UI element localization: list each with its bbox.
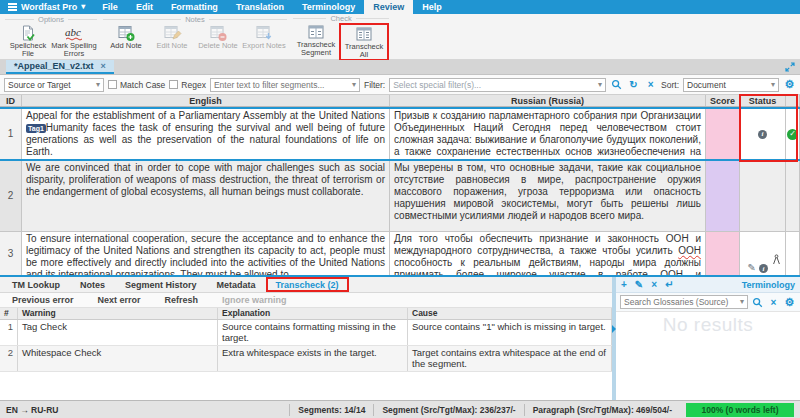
edit-term-button[interactable]: ✎ — [635, 280, 643, 290]
menu-formatting[interactable]: Formatting — [162, 0, 227, 14]
mark-spelling-errors-button[interactable]: abc Mark Spelling Errors — [51, 24, 97, 58]
transcheck-all-label: Transcheck All — [341, 43, 387, 59]
panel-splitter[interactable] — [612, 277, 616, 400]
tab-metadata[interactable]: Metadata — [207, 277, 266, 292]
regex-label: Regex — [181, 80, 206, 90]
filter-settings-button[interactable]: ⚙ — [783, 78, 796, 91]
match-case-checkbox[interactable] — [108, 80, 117, 89]
apply-filter-button[interactable] — [610, 79, 623, 90]
segment-3-score — [706, 232, 740, 275]
special-filter-select[interactable]: Select special filter(s)... ▾ — [389, 78, 606, 92]
tag-chip[interactable]: Tag1 — [26, 124, 46, 133]
segment-3-id: 3 — [0, 232, 22, 275]
gear-icon: ⚙ — [785, 78, 795, 91]
column-header-status[interactable]: Status — [740, 95, 786, 106]
segments-count: Segments: 14/14 — [289, 404, 373, 416]
info-icon[interactable]: i — [759, 264, 768, 273]
refresh-button[interactable]: Refresh — [153, 295, 211, 305]
segment-1-source[interactable]: Appeal for the establishment of a Parlia… — [22, 109, 390, 159]
segment-3-target[interactable]: Для того чтобы обеспечить признание и за… — [390, 232, 706, 275]
terminology-header: + ✎ × ↵ Terminology — [616, 277, 800, 293]
segment-row-3[interactable]: 3 To ensure international cooperation, s… — [0, 232, 800, 277]
segment-filter-input[interactable] — [214, 80, 352, 90]
misspelled-word[interactable]: ООН — [678, 245, 701, 256]
menu-terminology[interactable]: Terminology — [293, 0, 364, 14]
column-header-cause[interactable]: Cause — [408, 308, 612, 319]
sort-select[interactable]: Document ▾ — [683, 78, 779, 92]
segment-1-source-text-a: Appeal for the establishment of a Parlia… — [26, 110, 385, 121]
transcheck-row-1[interactable]: 1 Tag Check Source contains formatting m… — [0, 320, 612, 346]
menu-edit[interactable]: Edit — [127, 0, 162, 14]
transcheck-segment-icon — [306, 24, 326, 41]
transcheck-segment-button[interactable]: Transcheck Segment — [293, 23, 339, 57]
chevron-down-icon[interactable]: ▾ — [352, 81, 356, 89]
spellcheck-file-button[interactable]: Spellcheck File — [5, 24, 51, 58]
scope-select-value: Source or Target — [8, 80, 71, 90]
glossary-search-combo[interactable]: ▾ — [620, 295, 748, 309]
edit-note-button: Edit Note — [149, 24, 195, 50]
menu-translation[interactable]: Translation — [227, 0, 293, 14]
segment-filter-combo[interactable]: ▾ — [210, 78, 360, 92]
tab-tm-lookup[interactable]: TM Lookup — [2, 277, 70, 292]
transcheck-all-button[interactable]: Transcheck All — [339, 23, 389, 61]
segment-3-source[interactable]: To ensure international cooperation, sec… — [22, 232, 390, 275]
terminology-results: No results — [616, 312, 800, 400]
mark-spelling-errors-label: Mark Spelling Errors — [51, 42, 97, 58]
segment-row-1[interactable]: 1 Appeal for the establishment of a Parl… — [0, 107, 800, 161]
insert-term-button[interactable]: ↵ — [665, 280, 673, 290]
segment-grid: ID English Russian (Russia) Score Status… — [0, 95, 800, 277]
match-case-option[interactable]: Match Case — [108, 80, 165, 90]
menu-file[interactable]: File — [93, 0, 127, 14]
sort-select-value: Document — [687, 80, 726, 90]
tab-segment-history[interactable]: Segment History — [115, 277, 207, 292]
glossary-search-button[interactable] — [751, 297, 764, 308]
match-case-label: Match Case — [120, 80, 165, 90]
mark-spelling-errors-icon: abc — [62, 25, 86, 42]
chevron-down-icon: ▾ — [81, 3, 85, 11]
document-tab[interactable]: *Appeal_EN_v2.txt × — [6, 60, 114, 74]
scope-select[interactable]: Source or Target ▾ — [4, 78, 104, 92]
expand-editor-button[interactable] — [785, 60, 800, 74]
delete-term-button[interactable]: × — [651, 280, 657, 290]
column-header-score[interactable]: Score — [706, 95, 740, 106]
segment-2-target[interactable]: Мы уверены в том, что основные задачи, т… — [390, 161, 706, 231]
add-note-button[interactable]: Add Note — [103, 24, 149, 50]
column-header-warning[interactable]: Warning — [18, 308, 218, 319]
add-term-button[interactable]: + — [621, 280, 627, 290]
transcheck-row-2[interactable]: 2 Whitespace Check Extra whitespace exis… — [0, 346, 612, 372]
info-icon[interactable]: i — [758, 130, 767, 139]
gear-icon: ⚙ — [785, 296, 795, 309]
clear-icon: × — [771, 297, 777, 308]
segment-1-target[interactable]: Призыв к созданию парламентарного собран… — [390, 109, 706, 159]
refresh-filter-button[interactable]: ↻ — [627, 79, 640, 90]
segment-2-source[interactable]: We are convinced that in order to cope w… — [22, 161, 390, 231]
menu-help[interactable]: Help — [413, 0, 451, 14]
clear-filter-button[interactable]: × — [644, 79, 657, 90]
collapse-arrow-icon[interactable] — [612, 325, 616, 333]
app-button[interactable]: Wordfast Pro ▾ — [0, 0, 93, 14]
regex-checkbox[interactable] — [169, 80, 178, 89]
menu-review[interactable]: Review — [364, 0, 413, 14]
column-header-source[interactable]: English — [22, 95, 390, 106]
warning-2-number: 2 — [0, 346, 18, 371]
edited-pencil-icon[interactable]: ✎ — [748, 263, 756, 273]
edit-note-label: Edit Note — [157, 42, 188, 50]
column-header-id[interactable]: ID — [0, 95, 22, 106]
segment-1-status: i — [740, 109, 786, 159]
glossary-clear-button[interactable]: × — [767, 297, 780, 308]
column-header-target[interactable]: Russian (Russia) — [390, 95, 706, 106]
column-header-explanation[interactable]: Explanation — [218, 308, 408, 319]
regex-option[interactable]: Regex — [169, 80, 206, 90]
tab-notes[interactable]: Notes — [70, 277, 115, 292]
close-icon[interactable]: × — [101, 61, 106, 71]
column-header-blank — [786, 95, 800, 106]
segment-row-2[interactable]: 2 We are convinced that in order to cope… — [0, 161, 800, 232]
chevron-down-icon[interactable]: ▾ — [740, 298, 744, 306]
tab-transcheck[interactable]: Transcheck (2) — [266, 277, 349, 292]
glossary-search-input[interactable] — [624, 297, 740, 307]
glossary-settings-button[interactable]: ⚙ — [783, 296, 796, 309]
segment-1-source-text-b: Humanity faces the task of ensuring the … — [26, 122, 385, 157]
ribbon-group-check: Check Transcheck Segment Transcheck All — [290, 14, 392, 59]
next-error-button[interactable]: Next error — [86, 295, 153, 305]
previous-error-button[interactable]: Previous error — [0, 295, 86, 305]
